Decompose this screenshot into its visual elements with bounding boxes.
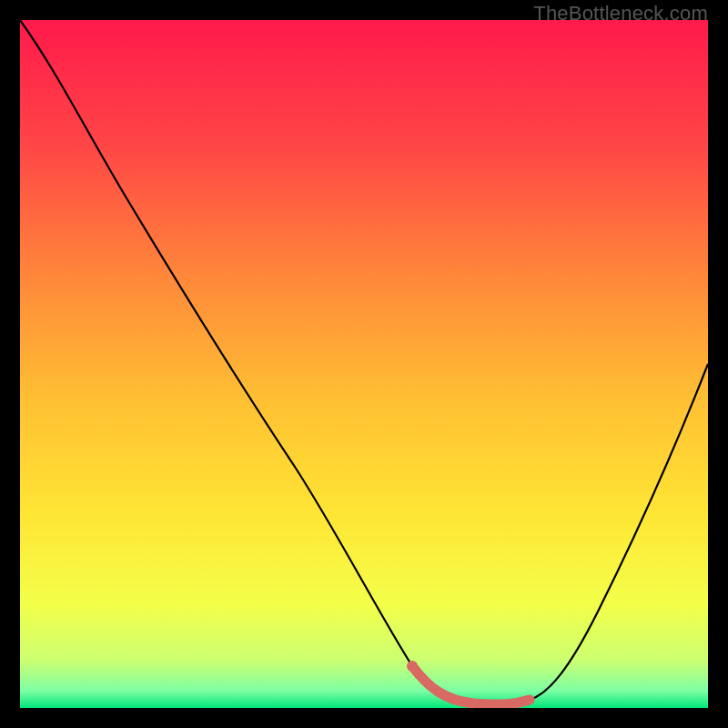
optimal-highlight-start-dot bbox=[407, 661, 418, 672]
bottleneck-curve bbox=[20, 20, 708, 704]
chart-stage: TheBottleneck.com bbox=[0, 0, 728, 728]
bottleneck-curve-svg bbox=[20, 20, 708, 708]
optimal-highlight-marker bbox=[412, 666, 530, 704]
plot-area bbox=[20, 20, 708, 708]
